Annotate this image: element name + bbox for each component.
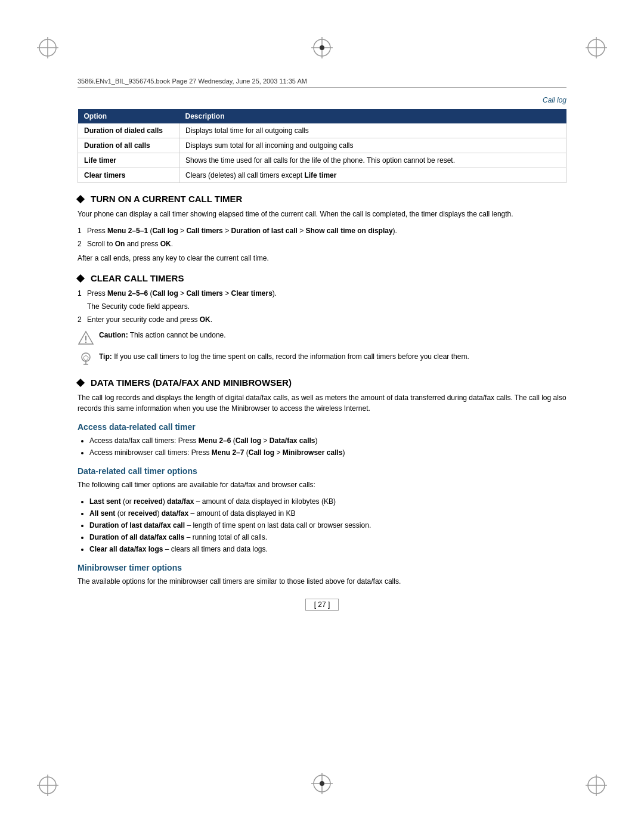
step-1-turn-on: 1 Press Menu 2–5–1 (Call log > Call time… — [78, 225, 566, 236]
table-cell-option: Clear timers — [78, 168, 179, 183]
sub1-heading: Access data-related call timer — [78, 422, 566, 432]
tip-text: Tip: If you use call timers to log the t… — [99, 351, 566, 362]
table-cell-desc: Shows the time used for all calls for th… — [179, 153, 566, 168]
list-item: Duration of all data/fax calls – running… — [89, 532, 566, 543]
table-header-row: Option Description — [78, 109, 566, 123]
table-row: Duration of all calls Displays sum total… — [78, 138, 566, 153]
header-line: 3586i.ENv1_BIL_9356745.book Page 27 Wedn… — [78, 78, 566, 88]
tip-icon — [78, 351, 94, 368]
corner-mark-bl — [36, 773, 60, 797]
table-cell-option: Life timer — [78, 153, 179, 168]
caution-text: Caution: This action cannot be undone. — [99, 330, 566, 340]
table-cell-option: Duration of all calls — [78, 138, 179, 153]
svg-point-19 — [320, 781, 324, 786]
table-row: Duration of dialed calls Displays total … — [78, 123, 566, 138]
bullet-diamond-icon2 — [76, 274, 85, 282]
book-ref: 3586i.ENv1_BIL_9356745.book Page 27 Wedn… — [78, 78, 307, 85]
call-log-label: Call log — [78, 96, 566, 104]
section1-after-steps: After a call ends, press any key to clea… — [78, 253, 566, 264]
section-turn-on-timer: TURN ON A CURRENT CALL TIMER Your phone … — [78, 194, 566, 264]
section-data-timers: DATA TIMERS (DATA/FAX AND MINIBROWSER) T… — [78, 377, 566, 587]
sub2-intro: The following call timer options are ava… — [78, 479, 566, 490]
center-mark-top — [310, 36, 334, 61]
caution-icon — [78, 330, 94, 346]
list-item: Clear all data/fax logs – clears all tim… — [89, 544, 566, 555]
section1-body: Your phone can display a call timer show… — [78, 209, 566, 219]
col-header-description: Description — [179, 109, 566, 123]
bullet-diamond-icon — [76, 194, 85, 203]
col-header-option: Option — [78, 109, 179, 123]
center-mark-bottom — [310, 772, 334, 797]
table-cell-desc: Displays sum total for all incoming and … — [179, 138, 566, 153]
table-cell-option: Duration of dialed calls — [78, 123, 179, 138]
bullet-diamond-icon3 — [76, 378, 85, 386]
svg-point-23 — [82, 353, 90, 361]
step-2-clear: 2 Enter your security code and press OK. — [78, 314, 566, 325]
content-area: 3586i.ENv1_BIL_9356745.book Page 27 Wedn… — [78, 78, 566, 755]
table-row: Clear timers Clears (deletes) all call t… — [78, 168, 566, 183]
sub1-bullets: Access data/fax call timers: Press Menu … — [78, 435, 566, 458]
svg-point-15 — [320, 45, 324, 50]
corner-mark-br — [584, 773, 608, 797]
section3-heading: DATA TIMERS (DATA/FAX AND MINIBROWSER) — [78, 377, 566, 388]
list-item: Last sent (or received) data/fax – amoun… — [89, 496, 566, 507]
section3-body: The call log records and displays the le… — [78, 392, 566, 414]
sub3-heading: Minibrowser timer options — [78, 563, 566, 572]
corner-mark-tl — [36, 36, 60, 60]
section2-heading: CLEAR CALL TIMERS — [78, 273, 566, 283]
list-item: All sent (or received) data/fax – amount… — [89, 508, 566, 519]
list-item: Access data/fax call timers: Press Menu … — [89, 435, 566, 446]
section1-heading: TURN ON A CURRENT CALL TIMER — [78, 194, 566, 204]
section-clear-timers: CLEAR CALL TIMERS 1 Press Menu 2–5–6 (Ca… — [78, 273, 566, 368]
tip-box: Tip: If you use call timers to log the t… — [78, 351, 566, 368]
caution-box: Caution: This action cannot be undone. — [78, 330, 566, 346]
sub3-body: The available options for the minibrowse… — [78, 576, 566, 587]
sub2-bullets: Last sent (or received) data/fax – amoun… — [78, 496, 566, 555]
page-container: 3586i.ENv1_BIL_9356745.book Page 27 Wedn… — [0, 0, 644, 833]
list-item: Duration of last data/fax call – length … — [89, 520, 566, 531]
options-table: Option Description Duration of dialed ca… — [78, 109, 566, 183]
step-1-sub: The Security code field appears. — [78, 301, 566, 312]
page-number: [ 27 ] — [78, 599, 566, 611]
corner-mark-tr — [584, 36, 608, 60]
list-item: Access minibrowser call timers: Press Me… — [89, 447, 566, 458]
step-1-clear: 1 Press Menu 2–5–6 (Call log > Call time… — [78, 288, 566, 299]
table-row: Life timer Shows the time used for all c… — [78, 153, 566, 168]
table-cell-desc: Clears (deletes) all call timers except … — [179, 168, 566, 183]
sub2-heading: Data-related call timer options — [78, 466, 566, 476]
svg-point-22 — [85, 342, 86, 343]
table-cell-desc: Displays total time for all outgoing cal… — [179, 123, 566, 138]
step-2-turn-on: 2 Scroll to On and press OK. — [78, 239, 566, 249]
